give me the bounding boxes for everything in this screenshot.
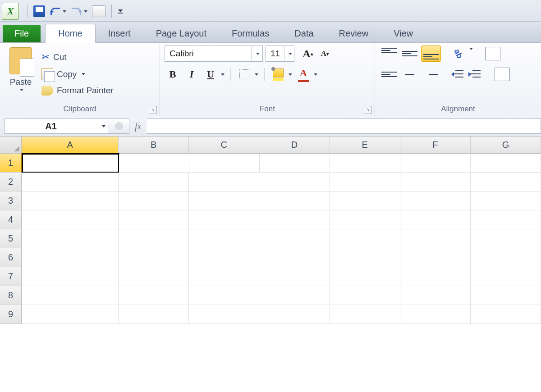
top-align-button[interactable] [380, 46, 399, 61]
cell[interactable] [189, 305, 259, 324]
cell[interactable] [119, 267, 189, 286]
cell[interactable] [259, 229, 330, 248]
name-box-dropdown[interactable] [97, 125, 109, 128]
cell[interactable] [119, 173, 189, 191]
column-header-g[interactable]: G [471, 137, 541, 154]
tab-insert[interactable]: Insert [96, 24, 143, 42]
cell[interactable] [189, 248, 259, 267]
cell[interactable] [400, 305, 471, 324]
cell[interactable] [189, 229, 259, 248]
middle-align-button[interactable] [400, 47, 419, 60]
cell[interactable] [22, 210, 119, 229]
bold-button[interactable]: B [165, 66, 181, 82]
decrease-indent-button[interactable] [450, 68, 465, 81]
cell[interactable] [119, 229, 189, 248]
cell[interactable] [259, 210, 330, 229]
paste-button[interactable]: Paste [5, 46, 37, 101]
align-center-button[interactable] [400, 68, 419, 81]
fill-color-button[interactable] [270, 66, 286, 82]
merge-center-button[interactable] [494, 66, 510, 82]
cell[interactable] [22, 286, 119, 305]
cell[interactable] [259, 286, 330, 305]
align-left-button[interactable] [380, 68, 399, 81]
cut-button[interactable]: ✂ Cut [41, 51, 114, 63]
row-header-3[interactable]: 3 [0, 191, 22, 210]
cell[interactable] [330, 248, 400, 267]
cell[interactable] [22, 191, 119, 210]
row-header-4[interactable]: 4 [0, 210, 22, 229]
font-color-dropdown[interactable] [312, 73, 318, 76]
cell[interactable] [189, 154, 260, 173]
font-color-button[interactable]: A [295, 66, 312, 82]
cell[interactable] [330, 173, 400, 191]
cell[interactable] [259, 305, 330, 324]
row-header-7[interactable]: 7 [0, 267, 22, 286]
row-header-8[interactable]: 8 [0, 286, 22, 305]
cell[interactable] [471, 173, 541, 191]
customize-qat-button[interactable] [118, 6, 123, 17]
cell[interactable] [260, 154, 330, 173]
cell[interactable] [471, 191, 541, 210]
cell[interactable] [189, 191, 259, 210]
italic-button[interactable]: I [183, 66, 200, 82]
cell[interactable] [471, 248, 541, 267]
tab-page-layout[interactable]: Page Layout [143, 24, 219, 42]
increase-indent-button[interactable] [467, 68, 482, 81]
column-header-e[interactable]: E [330, 137, 400, 154]
cell[interactable] [330, 210, 400, 229]
tab-data[interactable]: Data [282, 24, 326, 42]
format-painter-button[interactable]: Format Painter [41, 86, 114, 96]
row-header-5[interactable]: 5 [0, 229, 22, 248]
undo-button[interactable] [47, 4, 69, 18]
copy-button[interactable]: Copy [41, 68, 114, 80]
borders-dropdown[interactable] [252, 73, 259, 76]
cell[interactable] [400, 229, 471, 248]
cell[interactable] [400, 173, 471, 191]
cell[interactable] [400, 154, 471, 173]
chevron-down-icon[interactable] [284, 46, 294, 61]
redo-button[interactable] [69, 4, 90, 18]
underline-dropdown[interactable] [219, 73, 225, 76]
underline-button[interactable]: U [202, 66, 219, 82]
row-header-9[interactable]: 9 [0, 305, 22, 324]
fill-color-dropdown[interactable] [286, 73, 293, 76]
cell[interactable] [330, 286, 400, 305]
increase-font-size-button[interactable]: A▴ [300, 46, 316, 62]
cell[interactable] [119, 154, 189, 173]
cell[interactable] [259, 173, 330, 191]
cell[interactable] [471, 267, 541, 286]
cell-a1[interactable] [22, 154, 119, 173]
cell[interactable] [259, 267, 330, 286]
cell[interactable] [471, 229, 541, 248]
row-header-6[interactable]: 6 [0, 248, 22, 267]
orientation-button[interactable]: ab [451, 46, 466, 61]
column-header-b[interactable]: B [119, 137, 189, 154]
column-header-f[interactable]: F [400, 137, 471, 154]
tab-formulas[interactable]: Formulas [219, 24, 282, 42]
name-box[interactable]: A1 [5, 119, 109, 134]
cell[interactable] [400, 191, 471, 210]
align-right-button[interactable] [421, 68, 440, 81]
column-header-c[interactable]: C [189, 137, 259, 154]
cell[interactable] [119, 210, 189, 229]
cell[interactable] [471, 305, 541, 324]
cell[interactable] [259, 191, 330, 210]
tab-review[interactable]: Review [326, 24, 381, 42]
orientation-dropdown[interactable] [468, 50, 473, 58]
clipboard-dialog-launcher[interactable]: ↘ [149, 106, 157, 114]
cell[interactable] [22, 173, 119, 191]
cell[interactable] [22, 248, 119, 267]
print-preview-button[interactable] [90, 4, 108, 18]
cell[interactable] [400, 267, 471, 286]
row-header-2[interactable]: 2 [0, 173, 22, 191]
cell[interactable] [119, 191, 189, 210]
cell[interactable] [259, 248, 330, 267]
row-header-1[interactable]: 1 [0, 154, 22, 173]
wrap-text-button[interactable] [485, 46, 501, 62]
cell[interactable] [471, 154, 541, 173]
cell[interactable] [330, 191, 400, 210]
cell[interactable] [189, 173, 259, 191]
insert-function-button[interactable]: fx [135, 121, 141, 132]
column-header-d[interactable]: D [259, 137, 330, 154]
column-header-a[interactable]: A [22, 137, 119, 154]
